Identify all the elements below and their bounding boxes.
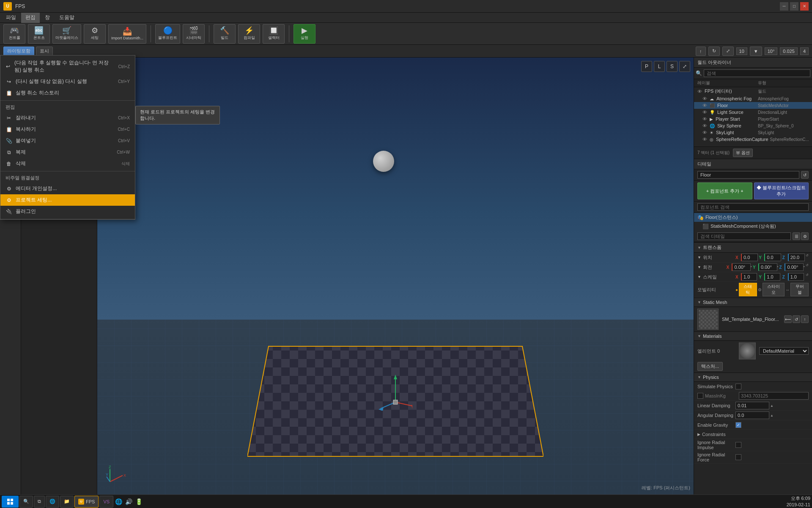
svg-rect-50	[7, 502, 10, 505]
ctx-copy[interactable]: 📋 복사하기 Ctrl+C	[0, 124, 135, 135]
unreal-taskbar[interactable]: U FPS	[74, 496, 99, 508]
volume-icon: 🔊	[124, 497, 133, 506]
search-taskbar[interactable]: 🔍	[19, 496, 33, 508]
paste-shortcut: Ctrl+V	[118, 138, 130, 143]
unreal-label: FPS	[86, 499, 95, 504]
network-icon: 🌐	[114, 497, 123, 506]
del-icon: 🗑	[5, 160, 12, 167]
date-display: 2019-02-11	[787, 502, 810, 508]
vs-taskbar[interactable]: VS	[99, 496, 113, 508]
redo-label: (다시 실행 대상 없음) 다시 실행	[16, 78, 87, 85]
ctx-delete[interactable]: 🗑 삭제 삭제	[0, 158, 135, 169]
proj-label: 프로젝트 세팅...	[16, 196, 52, 204]
ctx-settings-section: 비주얼 원결설정 ⚙ 에디터 개인설정... ⚙ 프로젝트 세팅... 🔌 플러…	[0, 171, 135, 219]
copy-label: 복사하기	[16, 126, 36, 133]
prefs-label: 에디터 개인설정...	[16, 185, 57, 192]
undo-icon: ↩	[5, 63, 11, 70]
ctx-edit-section: 편집 ✂ 잘라내기 Ctrl+X 📋 복사하기 Ctrl+C 📎 붙여넣기 Ct…	[0, 101, 135, 171]
del-label: 삭제	[16, 160, 26, 167]
edge-taskbar[interactable]: 🌐	[46, 496, 59, 508]
svg-rect-51	[11, 502, 13, 505]
taskview-taskbar[interactable]: ⧉	[34, 496, 45, 508]
cut-label: 잘라내기	[16, 114, 36, 121]
ctx-undo-history[interactable]: 📋 실행 취소 히스토리	[0, 87, 135, 99]
files-taskbar[interactable]: 📁	[60, 496, 74, 508]
del-shortcut: 삭제	[121, 161, 130, 167]
svg-rect-48	[7, 499, 10, 501]
start-button[interactable]	[2, 496, 19, 508]
ctx-plugins[interactable]: 🔌 플러그인	[0, 206, 135, 217]
copy-shortcut: Ctrl+C	[118, 127, 130, 132]
ctx-undo[interactable]: ↩ (다음 작업 후 실행할 수 없습니다- 먼 저장됨) 실행 취소 Ctrl…	[0, 57, 135, 76]
paste-label: 붙여넣기	[16, 137, 36, 144]
tooltip-box: 현재 로드된 프로젝트의 세팅을 변경합니다.	[135, 106, 220, 124]
ctx-cut[interactable]: ✂ 잘라내기 Ctrl+X	[0, 112, 135, 124]
proj-icon: ⚙	[5, 197, 12, 204]
prefs-icon: ⚙	[5, 185, 12, 192]
copy-icon: 📋	[5, 126, 12, 133]
taskbar: 🔍 ⧉ 🌐 📁 U FPS VS 🌐 🔊 🔋 오후 6:09 2019-02-1…	[0, 494, 812, 508]
cut-shortcut: Ctrl+X	[118, 116, 130, 120]
history-icon: 📋	[5, 90, 12, 97]
ctx-settings-header: 비주얼 원결설정	[0, 173, 135, 183]
battery-icon: 🔋	[134, 497, 143, 506]
ctx-redo[interactable]: ↪ (다시 실행 대상 없음) 다시 실행 Ctrl+Y	[0, 76, 135, 87]
plugin-label: 플러그인	[16, 208, 36, 215]
windows-logo	[7, 498, 14, 505]
dup-icon: ⧉	[5, 149, 12, 156]
paste-icon: 📎	[5, 138, 12, 144]
cut-icon: ✂	[5, 115, 12, 121]
system-tray: 🌐 🔊 🔋	[114, 497, 143, 506]
dup-label: 복제	[16, 149, 26, 156]
ctx-edit-header: 편집	[0, 102, 135, 112]
vs-icon: VS	[103, 499, 110, 504]
svg-rect-49	[11, 499, 13, 501]
time-display: 오후 6:09	[787, 495, 810, 501]
plugin-icon: 🔌	[5, 208, 12, 215]
undo-shortcut: Ctrl+Z	[118, 64, 130, 69]
ctx-duplicate[interactable]: ⧉ 복제 Ctrl+W	[0, 146, 135, 158]
context-menu-overlay[interactable]: ↩ (다음 작업 후 실행할 수 없습니다- 먼 저장됨) 실행 취소 Ctrl…	[0, 0, 812, 508]
context-menu: ↩ (다음 작업 후 실행할 수 없습니다- 먼 저장됨) 실행 취소 Ctrl…	[0, 55, 135, 220]
taskbar-time: 오후 6:09 2019-02-11	[787, 495, 810, 508]
history-label: 실행 취소 히스토리	[16, 89, 59, 97]
ue-icon: U	[78, 499, 84, 505]
undo-label: (다음 작업 후 실행할 수 없습니다- 먼 저장됨) 실행 취소	[14, 59, 115, 74]
ctx-paste[interactable]: 📎 붙여넣기 Ctrl+V	[0, 135, 135, 146]
redo-shortcut: Ctrl+Y	[118, 79, 130, 84]
ctx-undo-section: ↩ (다음 작업 후 실행할 수 없습니다- 먼 저장됨) 실행 취소 Ctrl…	[0, 55, 135, 101]
dup-shortcut: Ctrl+W	[117, 150, 130, 155]
ctx-editor-prefs[interactable]: ⚙ 에디터 개인설정...	[0, 183, 135, 194]
ctx-project-settings[interactable]: ⚙ 프로젝트 세팅...	[0, 194, 135, 206]
redo-icon: ↪	[5, 78, 12, 85]
